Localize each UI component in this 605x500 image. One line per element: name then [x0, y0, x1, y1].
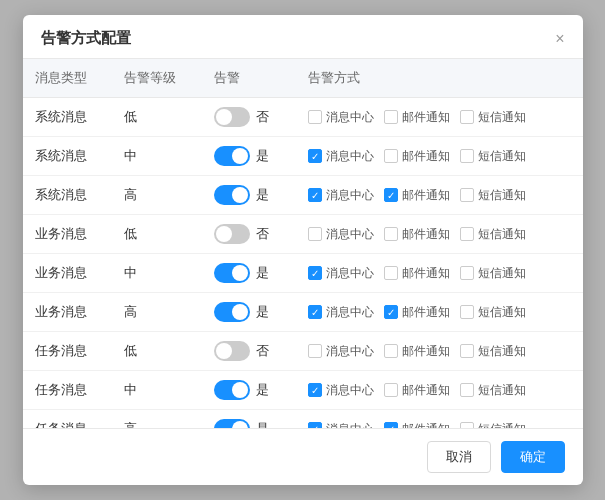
notify-label: 邮件通知 [402, 187, 450, 204]
checkbox[interactable] [460, 188, 474, 202]
notify-item[interactable]: ✓邮件通知 [384, 304, 450, 321]
cell-type: 业务消息 [23, 293, 113, 332]
checkbox[interactable] [308, 344, 322, 358]
checkbox[interactable]: ✓ [308, 149, 322, 163]
checkbox[interactable] [460, 266, 474, 280]
checkbox[interactable]: ✓ [384, 305, 398, 319]
modal-title: 告警方式配置 [41, 29, 131, 48]
checkbox[interactable] [384, 344, 398, 358]
toggle-switch[interactable] [214, 263, 250, 283]
notify-item[interactable]: ✓消息中心 [308, 421, 374, 429]
notify-item[interactable]: ✓消息中心 [308, 304, 374, 321]
checkbox[interactable]: ✓ [384, 188, 398, 202]
cell-notify: ✓消息中心✓邮件通知短信通知 [296, 176, 583, 215]
notify-item[interactable]: ✓消息中心 [308, 148, 374, 165]
checkbox[interactable] [460, 110, 474, 124]
toggle-label: 是 [256, 264, 269, 282]
checkbox[interactable] [384, 227, 398, 241]
cell-toggle: 是 [202, 137, 296, 176]
notify-item[interactable]: 短信通知 [460, 226, 526, 243]
toggle-switch[interactable] [214, 341, 250, 361]
table-row: 业务消息高是✓消息中心✓邮件通知短信通知 [23, 293, 583, 332]
toggle-label: 否 [256, 225, 269, 243]
cell-toggle: 否 [202, 98, 296, 137]
notify-item[interactable]: 消息中心 [308, 343, 374, 360]
toggle-switch[interactable] [214, 380, 250, 400]
checkbox[interactable] [460, 149, 474, 163]
close-button[interactable]: × [555, 31, 564, 47]
notify-item[interactable]: ✓邮件通知 [384, 421, 450, 429]
notify-label: 邮件通知 [402, 226, 450, 243]
table-row: 业务消息低否消息中心邮件通知短信通知 [23, 215, 583, 254]
cell-notify: ✓消息中心邮件通知短信通知 [296, 254, 583, 293]
checkbox[interactable] [308, 227, 322, 241]
notify-item[interactable]: 邮件通知 [384, 109, 450, 126]
cell-type: 任务消息 [23, 332, 113, 371]
toggle-switch[interactable] [214, 185, 250, 205]
notify-item[interactable]: 邮件通知 [384, 265, 450, 282]
notify-item[interactable]: 邮件通知 [384, 343, 450, 360]
cell-type: 系统消息 [23, 176, 113, 215]
checkbox[interactable]: ✓ [308, 305, 322, 319]
notify-item[interactable]: ✓消息中心 [308, 265, 374, 282]
notify-item[interactable]: 短信通知 [460, 187, 526, 204]
toggle-switch[interactable] [214, 224, 250, 244]
checkbox[interactable] [460, 383, 474, 397]
cell-level: 中 [112, 137, 202, 176]
notify-item[interactable]: 邮件通知 [384, 382, 450, 399]
cell-notify: ✓消息中心✓邮件通知短信通知 [296, 410, 583, 429]
toggle-knob [232, 421, 248, 428]
notify-item[interactable]: 邮件通知 [384, 226, 450, 243]
notify-item[interactable]: 短信通知 [460, 109, 526, 126]
notify-item[interactable]: 短信通知 [460, 343, 526, 360]
toggle-label: 否 [256, 342, 269, 360]
confirm-button[interactable]: 确定 [501, 441, 565, 473]
cell-level: 高 [112, 293, 202, 332]
toggle-label: 是 [256, 186, 269, 204]
checkbox[interactable]: ✓ [308, 188, 322, 202]
notify-label: 短信通知 [478, 109, 526, 126]
cancel-button[interactable]: 取消 [427, 441, 491, 473]
notify-label: 消息中心 [326, 343, 374, 360]
notify-item[interactable]: ✓邮件通知 [384, 187, 450, 204]
notify-item[interactable]: 消息中心 [308, 109, 374, 126]
checkbox[interactable] [460, 227, 474, 241]
cell-type: 业务消息 [23, 215, 113, 254]
cell-level: 高 [112, 410, 202, 429]
notify-item[interactable]: 短信通知 [460, 265, 526, 282]
checkbox[interactable] [384, 149, 398, 163]
notify-label: 短信通知 [478, 421, 526, 429]
modal-body: 消息类型告警等级告警告警方式 系统消息低否消息中心邮件通知短信通知系统消息中是✓… [23, 59, 583, 428]
checkbox[interactable] [460, 344, 474, 358]
notify-item[interactable]: 短信通知 [460, 304, 526, 321]
cell-type: 系统消息 [23, 137, 113, 176]
notify-item[interactable]: 短信通知 [460, 382, 526, 399]
cell-toggle: 是 [202, 410, 296, 429]
toggle-switch[interactable] [214, 419, 250, 428]
checkbox[interactable] [384, 383, 398, 397]
toggle-switch[interactable] [214, 146, 250, 166]
notify-item[interactable]: 短信通知 [460, 421, 526, 429]
checkbox[interactable]: ✓ [308, 266, 322, 280]
notify-item[interactable]: 邮件通知 [384, 148, 450, 165]
checkbox[interactable] [308, 110, 322, 124]
notify-label: 消息中心 [326, 265, 374, 282]
notify-item[interactable]: 消息中心 [308, 226, 374, 243]
toggle-switch[interactable] [214, 302, 250, 322]
notify-item[interactable]: ✓消息中心 [308, 187, 374, 204]
notify-label: 消息中心 [326, 148, 374, 165]
toggle-switch[interactable] [214, 107, 250, 127]
notify-label: 邮件通知 [402, 148, 450, 165]
checkbox[interactable]: ✓ [308, 383, 322, 397]
checkbox[interactable] [460, 305, 474, 319]
table-header-row: 消息类型告警等级告警告警方式 [23, 59, 583, 98]
notify-label: 短信通知 [478, 343, 526, 360]
notify-item[interactable]: ✓消息中心 [308, 382, 374, 399]
table-row: 任务消息中是✓消息中心邮件通知短信通知 [23, 371, 583, 410]
table-row: 业务消息中是✓消息中心邮件通知短信通知 [23, 254, 583, 293]
checkbox[interactable] [384, 266, 398, 280]
checkbox[interactable] [384, 110, 398, 124]
notify-label: 消息中心 [326, 421, 374, 429]
table-row: 任务消息低否消息中心邮件通知短信通知 [23, 332, 583, 371]
notify-item[interactable]: 短信通知 [460, 148, 526, 165]
